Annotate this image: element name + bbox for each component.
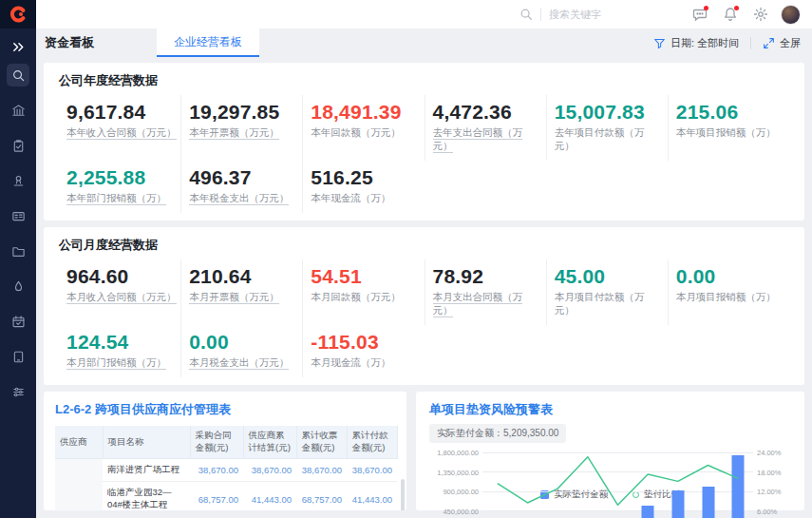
kpi-value: 2,255.88 <box>66 166 177 189</box>
monthly-data-card: 公司月度经营数据 964.60本月收入合同额（万元）210.64本月开票额（万元… <box>44 227 804 385</box>
kpi-item: 54.51本月回款额（万元） <box>302 259 424 325</box>
sidebar-item-search[interactable] <box>7 64 29 86</box>
tab-enterprise-dashboard[interactable]: 企业经营看板 <box>157 29 259 57</box>
actual-advance-amount-badge: 实际垫付金额：5,209,350.00 <box>429 424 566 443</box>
kpi-label: 本年项目报销额（万） <box>676 126 785 140</box>
kpi-label[interactable]: 本月开票额（万元） <box>189 291 298 304</box>
table-scrollbar[interactable] <box>401 479 405 510</box>
sidebar-item-sliders[interactable] <box>7 380 29 403</box>
kpi-value: 496.37 <box>189 166 298 189</box>
gear-icon <box>753 7 768 22</box>
annual-kpi-grid: 9,617.84本年收入合同额（万元）19,297.85本年开票额（万元）18,… <box>59 95 789 213</box>
kpi-label[interactable]: 本年税金支出（万元） <box>189 192 298 205</box>
kpi-item: 0.00本月项目报销额（万） <box>668 259 789 325</box>
date-filter-button[interactable]: 日期: 全部时间 <box>653 36 739 50</box>
kpi-value: 45.00 <box>555 265 664 288</box>
tabbar-controls: 日期: 全部时间 全屏 <box>653 36 812 50</box>
kpi-item: 964.60本月收入合同额（万元） <box>59 259 180 325</box>
folder-icon <box>11 244 26 259</box>
sidebar-nav <box>7 64 29 403</box>
messages-button[interactable] <box>689 4 710 25</box>
chart-plot-area <box>482 452 753 518</box>
kpi-label[interactable]: 本年开票额（万元） <box>189 126 298 140</box>
kpi-label[interactable]: 本月税金支出（万元） <box>189 356 298 370</box>
annual-card-title: 公司年度经营数据 <box>59 72 789 89</box>
kpi-value: 516.25 <box>311 166 420 189</box>
kpi-label[interactable]: 本年部门报销额（万） <box>66 192 177 205</box>
id-card-icon <box>11 209 26 223</box>
sidebar-item-droplet[interactable] <box>7 275 29 297</box>
top-header <box>36 0 812 29</box>
app-logo[interactable] <box>0 0 36 29</box>
sidebar-item-tablet[interactable] <box>7 345 29 368</box>
column-header: 累计收票金额(元) <box>296 426 347 459</box>
kpi-label[interactable]: 本月收入合同额（万元） <box>66 291 177 304</box>
column-header: 供应商累计结算(元) <box>243 426 296 459</box>
kpi-label[interactable]: 本月支出合同额（万元） <box>433 291 542 317</box>
search-icon[interactable] <box>519 8 533 21</box>
amount-cell: 68,757.00 <box>190 482 243 511</box>
risk-warning-chart-card: 单项目垫资风险预警表 实际垫付金额：5,209,350.00 1,800,000… <box>416 392 804 510</box>
droplet-icon <box>11 279 26 294</box>
supplier-name-cell: 西安云峰建材有限公司 <box>55 459 103 511</box>
kpi-value: 215.06 <box>676 101 785 124</box>
fullscreen-expand-icon <box>763 37 775 49</box>
sidebar-item-clipboard-check[interactable] <box>7 134 29 157</box>
global-search <box>519 8 653 21</box>
amount-cell: 38,670.00 <box>243 459 296 482</box>
right-axis-tick: 24.00% <box>757 449 791 457</box>
kpi-item: 210.64本月开票额（万元） <box>180 259 302 325</box>
right-axis-tick: 6.00% <box>757 508 791 516</box>
supplier-payable-table-card: L2-6-2 跨项目供应商应付管理表 供应商项目名称采购合同金额(元)供应商累计… <box>44 392 406 510</box>
fullscreen-button[interactable]: 全屏 <box>763 36 801 50</box>
left-axis-tick: 450,000.00 <box>429 508 479 516</box>
sidebar <box>0 0 36 518</box>
kpi-item: 78.92本月支出合同额（万元） <box>425 259 546 325</box>
kpi-item: 496.37本年税金支出（万元） <box>180 161 302 213</box>
amount-cell: 41,443.00 <box>347 482 397 511</box>
funnel-filter-icon <box>653 37 666 49</box>
calendar-check-icon <box>11 315 26 329</box>
sidebar-item-bank[interactable] <box>7 99 29 122</box>
kpi-item: 516.25本年现金流（万） <box>302 161 424 213</box>
amount-cell: 38,670.00 <box>190 459 243 482</box>
kpi-item: 18,491.39本年回款额（万元） <box>302 95 424 161</box>
kpi-value: 9,617.84 <box>66 101 177 124</box>
sidebar-item-calendar-check[interactable] <box>7 310 29 333</box>
project-name-cell: 临港产业园32—04#楼主体工程 <box>103 482 190 511</box>
sidebar-item-id-card[interactable] <box>7 204 29 227</box>
kpi-value: -115.03 <box>311 331 420 354</box>
sidebar-expand-button[interactable] <box>11 40 26 54</box>
settings-button[interactable] <box>750 4 771 25</box>
kpi-label[interactable]: 本年收入合同额（万元） <box>66 126 177 140</box>
stamp-icon <box>11 174 26 188</box>
bottom-row: L2-6-2 跨项目供应商应付管理表 供应商项目名称采购合同金额(元)供应商累计… <box>44 392 804 510</box>
kpi-label[interactable]: 本月部门报销额（万） <box>66 356 177 370</box>
notifications-button[interactable] <box>720 4 741 25</box>
clipboard-check-icon <box>11 139 26 153</box>
kpi-item: 45.00本月项目付款额（万元） <box>546 259 668 325</box>
search-input[interactable] <box>549 9 653 20</box>
kpi-label[interactable]: 去年支出合同额（万元） <box>433 126 542 153</box>
project-name-cell: 南洋进贤广场工程 <box>103 459 190 482</box>
kpi-label: 去年项目付款额（万元） <box>555 126 664 153</box>
table-row: 临港产业园32—04#楼主体工程68,757.0041,443.0068,757… <box>55 482 397 511</box>
kpi-label: 本月项目付款额（万元） <box>555 291 664 317</box>
left-axis-tick: 1,800,000.00 <box>429 449 479 457</box>
controls-divider <box>750 37 751 49</box>
user-avatar[interactable] <box>781 5 801 25</box>
sidebar-item-folder[interactable] <box>7 240 29 262</box>
table-body: 西安云峰建材有限公司南洋进贤广场工程38,670.0038,670.0038,6… <box>55 459 397 511</box>
table-header: 供应商项目名称采购合同金额(元)供应商累计结算(元)累计收票金额(元)累计付款金… <box>55 426 397 459</box>
kpi-item: 15,007.83去年项目付款额（万元） <box>546 95 668 161</box>
amount-cell: 38,670.00 <box>296 459 347 482</box>
monthly-kpi-grid: 964.60本月收入合同额（万元）210.64本月开票额（万元）54.51本月回… <box>59 259 789 377</box>
kpi-value: 4,472.36 <box>433 101 542 124</box>
left-axis-tick: 900,000.00 <box>429 488 479 496</box>
kpi-value: 124.54 <box>66 331 177 354</box>
column-header: 采购合同金额(元) <box>190 426 243 459</box>
column-header: 累计付款金额(元) <box>347 426 397 459</box>
monthly-card-title: 公司月度经营数据 <box>59 237 789 254</box>
sidebar-item-stamp[interactable] <box>7 169 29 192</box>
line-series <box>482 452 753 518</box>
